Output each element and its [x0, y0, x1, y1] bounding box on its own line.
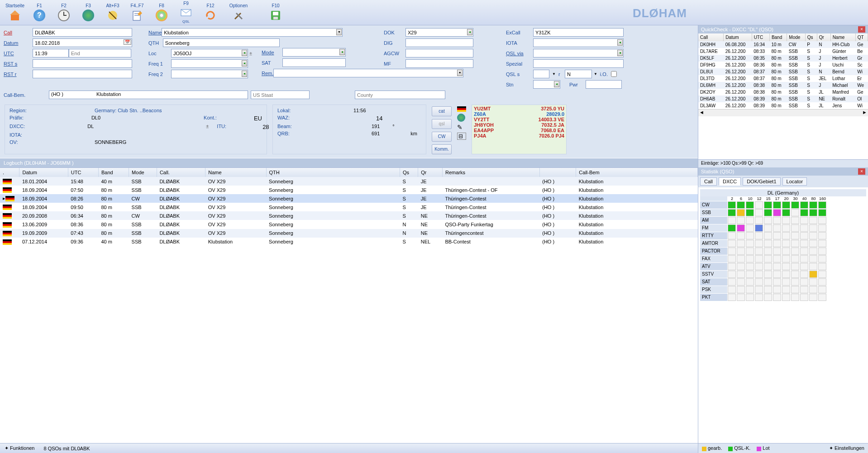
- stat-cell[interactable]: [746, 271, 754, 278]
- dropdown-icon[interactable]: ▼: [457, 70, 463, 76]
- stat-cell[interactable]: [755, 294, 763, 301]
- qc-col-header[interactable]: Band: [769, 33, 787, 41]
- spezial-input[interactable]: [533, 59, 624, 68]
- freq2-input[interactable]: [171, 70, 248, 78]
- log-col-header[interactable]: .: [0, 168, 19, 177]
- dropdown-icon[interactable]: ◄: [617, 39, 623, 46]
- stat-cell[interactable]: [746, 278, 754, 286]
- stat-cell[interactable]: [782, 248, 790, 255]
- dok-input[interactable]: [405, 28, 473, 37]
- stat-cell[interactable]: [746, 240, 754, 247]
- log-row[interactable]: 18.09.200407:5080 mSSBDLØABKOV X29Sonneb…: [0, 186, 698, 194]
- komm-button[interactable]: Komm.: [432, 144, 452, 154]
- stat-cell[interactable]: [800, 232, 808, 239]
- stat-cell[interactable]: [773, 286, 781, 293]
- close-button[interactable]: ×: [858, 168, 865, 175]
- stat-cell[interactable]: [737, 201, 745, 209]
- tb-optionen[interactable]: Optionen: [223, 1, 254, 24]
- stat-cell[interactable]: [791, 278, 799, 286]
- log-col-header[interactable]: Remarks: [442, 168, 539, 177]
- stat-cell[interactable]: [809, 263, 817, 270]
- tb-f10[interactable]: F10: [263, 1, 288, 24]
- stat-cell[interactable]: [746, 224, 754, 232]
- qc-col-header[interactable]: Mode: [787, 33, 805, 41]
- dropdown-icon[interactable]: ◄: [242, 50, 247, 56]
- stat-cell[interactable]: [800, 255, 808, 262]
- stat-cell[interactable]: [728, 248, 736, 255]
- log-col-header[interactable]: Qr: [418, 168, 443, 177]
- stat-cell[interactable]: [800, 209, 808, 216]
- qc-row[interactable]: DH6AB26.12.20008:3980 mSSBSNERonaltOl: [698, 95, 868, 102]
- stat-cell[interactable]: [737, 263, 745, 270]
- qc-hscroll[interactable]: ◄►: [698, 109, 868, 116]
- log-col-header[interactable]: [539, 168, 576, 177]
- stat-cell[interactable]: [746, 255, 754, 262]
- stat-cell[interactable]: [800, 217, 808, 224]
- stat-cell[interactable]: [746, 217, 754, 224]
- tb-f8[interactable]: F8: [149, 1, 174, 24]
- rstr-input[interactable]: [33, 70, 132, 78]
- dig-input[interactable]: [405, 38, 473, 47]
- stat-cell[interactable]: [746, 201, 754, 209]
- stat-cell[interactable]: [755, 286, 763, 293]
- stat-cell[interactable]: [746, 263, 754, 270]
- log-row[interactable]: 13.06.200908:3680 mSSBDLØABKOV X29Sonneb…: [0, 220, 698, 229]
- log-row[interactable]: 19.09.200907:4380 mSSBDLØABKOV X29Sonneb…: [0, 229, 698, 238]
- stat-cell[interactable]: [818, 209, 826, 216]
- stat-cell[interactable]: [737, 278, 745, 286]
- dropdown-icon[interactable]: ◄: [467, 29, 472, 35]
- logbook-table[interactable]: .DatumUTCBandModeCall.NameQTHQsQrRemarks…: [0, 168, 698, 443]
- stat-cell[interactable]: [764, 201, 772, 209]
- stat-cell[interactable]: [764, 263, 772, 270]
- stat-cell[interactable]: [764, 209, 772, 216]
- stat-cell[interactable]: [800, 224, 808, 232]
- stat-cell[interactable]: [746, 286, 754, 293]
- log-row[interactable]: 18.09.200409:5080 mSSBDLØABKOV X29Sonneb…: [0, 203, 698, 211]
- log-col-header[interactable]: UTC: [68, 168, 98, 177]
- qsls-input[interactable]: [533, 70, 549, 78]
- stat-cell[interactable]: [773, 217, 781, 224]
- dropdown-icon[interactable]: ◄: [242, 60, 247, 67]
- stat-cell[interactable]: [782, 286, 790, 293]
- globe-icon[interactable]: [457, 114, 465, 122]
- stat-cell[interactable]: [773, 248, 781, 255]
- stat-cell[interactable]: [818, 278, 826, 286]
- stat-cell[interactable]: [809, 271, 817, 278]
- dropdown-icon[interactable]: ◄: [554, 81, 559, 87]
- stat-cell[interactable]: [782, 278, 790, 286]
- stat-cell[interactable]: [791, 240, 799, 247]
- stat-cell[interactable]: [791, 248, 799, 255]
- qsl-button[interactable]: qsl: [432, 119, 452, 129]
- stat-cell[interactable]: [746, 294, 754, 301]
- stat-cell[interactable]: [764, 224, 772, 232]
- quickcheck-table[interactable]: CallDatumUTCBandModeQsQrNameQT DK0HH06.0…: [698, 33, 868, 159]
- stat-cell[interactable]: [809, 232, 817, 239]
- log-row[interactable]: ▸18.09.200408:2680 mCWDLØABKOV X29Sonneb…: [0, 194, 698, 203]
- sat-input[interactable]: [282, 58, 346, 67]
- stat-cell[interactable]: [728, 240, 736, 247]
- stat-cell[interactable]: [755, 209, 763, 216]
- qc-row[interactable]: DL6MH26.12.20008:3880 mSSBSJMichaelWe: [698, 82, 868, 89]
- qc-col-header[interactable]: Call: [698, 33, 724, 41]
- tb-f9[interactable]: F9QSL: [174, 1, 198, 24]
- stat-cell[interactable]: [773, 271, 781, 278]
- loc-input[interactable]: [171, 49, 248, 57]
- stat-cell[interactable]: [755, 224, 763, 232]
- log-row[interactable]: 07.12.201409:3640 mSSBDLØABKKlubstationS…: [0, 238, 698, 246]
- qc-row[interactable]: DL8UI26.12.20008:3780 mSSBSNBerndWi: [698, 68, 868, 75]
- stat-cell[interactable]: [764, 271, 772, 278]
- stat-cell[interactable]: [782, 271, 790, 278]
- stat-cell[interactable]: [791, 271, 799, 278]
- rem-input[interactable]: [273, 69, 463, 77]
- stat-cell[interactable]: [755, 217, 763, 224]
- stat-cell[interactable]: [737, 224, 745, 232]
- tab-call[interactable]: Call: [700, 177, 717, 186]
- stat-cell[interactable]: [800, 271, 808, 278]
- tb-f4f7[interactable]: F4..F7: [125, 1, 149, 24]
- stat-cell[interactable]: [809, 255, 817, 262]
- stat-cell[interactable]: [818, 271, 826, 278]
- stat-cell[interactable]: [728, 263, 736, 270]
- log-col-header[interactable]: Mode: [129, 168, 157, 177]
- stat-cell[interactable]: [764, 240, 772, 247]
- tab-dok[interactable]: DOK/Gebiet1: [743, 177, 780, 186]
